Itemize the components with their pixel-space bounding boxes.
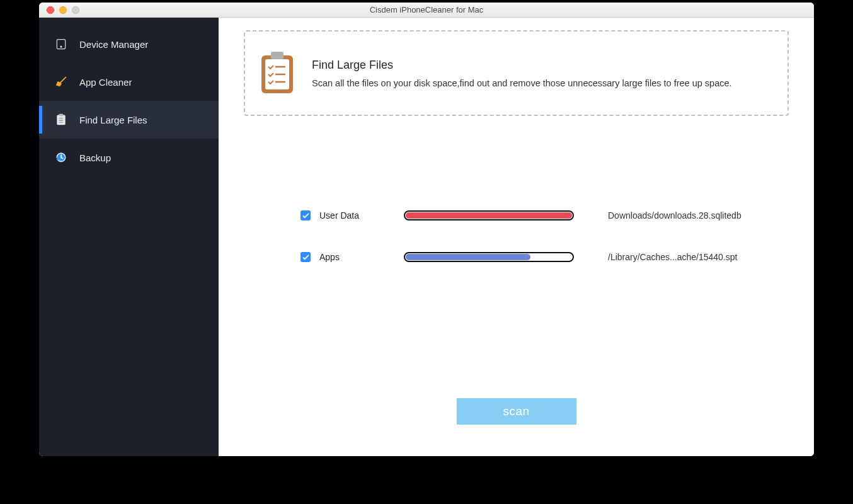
broom-icon bbox=[54, 75, 68, 89]
info-card: Find Large Files Scan all the files on y… bbox=[244, 30, 789, 116]
checkbox-apps[interactable] bbox=[301, 252, 311, 262]
sidebar-item-find-large-files[interactable]: Find Large Files bbox=[39, 101, 219, 139]
sidebar-item-label: Device Manager bbox=[79, 39, 148, 50]
sidebar-item-backup[interactable]: Backup bbox=[39, 139, 219, 176]
window-body: Device Manager App Cleaner bbox=[39, 18, 814, 456]
backup-icon bbox=[54, 151, 68, 164]
row-label: Apps bbox=[319, 252, 395, 262]
row-path: /Library/Caches...ache/15440.spt bbox=[608, 252, 737, 262]
row-label: User Data bbox=[319, 210, 395, 220]
card-description: Scan all the files on your disk space,fi… bbox=[312, 78, 732, 88]
main-panel: Find Large Files Scan all the files on y… bbox=[219, 18, 814, 456]
titlebar: Cisdem iPhoneCleaner for Mac bbox=[39, 3, 814, 18]
svg-rect-3 bbox=[59, 114, 64, 116]
scan-button[interactable]: scan bbox=[457, 398, 576, 425]
sidebar-item-label: Find Large Files bbox=[79, 115, 147, 125]
maximize-window-button[interactable] bbox=[72, 6, 79, 14]
progress-fill bbox=[406, 254, 530, 260]
svg-point-1 bbox=[60, 46, 62, 47]
sidebar-item-app-cleaner[interactable]: App Cleaner bbox=[39, 63, 219, 101]
row-path: Downloads/downloads.28.sqlitedb bbox=[608, 210, 741, 220]
app-window: Cisdem iPhoneCleaner for Mac Device Mana… bbox=[39, 3, 814, 456]
scan-rows: User Data Downloads/downloads.28.sqlited… bbox=[244, 210, 789, 262]
device-manager-icon bbox=[54, 37, 68, 51]
checkbox-user-data[interactable] bbox=[301, 210, 311, 220]
progress-fill bbox=[406, 212, 572, 219]
scan-row-apps: Apps /Library/Caches...ache/15440.spt bbox=[301, 252, 789, 262]
traffic-lights bbox=[39, 6, 79, 14]
info-card-text: Find Large Files Scan all the files on y… bbox=[312, 59, 732, 88]
sidebar-item-device-manager[interactable]: Device Manager bbox=[39, 25, 219, 63]
svg-rect-10 bbox=[271, 52, 283, 59]
close-window-button[interactable] bbox=[47, 6, 54, 14]
progress-bar-apps bbox=[404, 252, 574, 262]
card-title: Find Large Files bbox=[312, 59, 732, 72]
progress-bar-user-data bbox=[404, 210, 574, 220]
sidebar: Device Manager App Cleaner bbox=[39, 18, 219, 456]
sidebar-item-label: App Cleaner bbox=[79, 77, 132, 88]
clipboard-large-icon bbox=[259, 50, 295, 96]
clipboard-icon bbox=[54, 113, 68, 127]
window-title: Cisdem iPhoneCleaner for Mac bbox=[39, 5, 814, 14]
scan-row-user-data: User Data Downloads/downloads.28.sqlited… bbox=[301, 210, 789, 220]
sidebar-item-label: Backup bbox=[79, 152, 111, 163]
minimize-window-button[interactable] bbox=[59, 6, 67, 14]
